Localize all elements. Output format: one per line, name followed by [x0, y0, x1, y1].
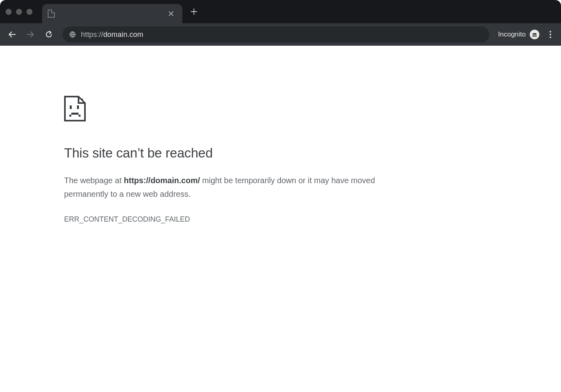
window-controls [6, 9, 32, 15]
browser-menu-button[interactable] [543, 28, 557, 41]
error-body-prefix: The webpage at [64, 176, 124, 185]
svg-rect-8 [77, 105, 79, 109]
globe-icon [69, 31, 76, 38]
svg-point-3 [549, 31, 551, 32]
reload-button[interactable] [41, 26, 57, 42]
address-bar[interactable]: https://domain.com [63, 26, 489, 42]
url-text: https://domain.com [81, 30, 143, 39]
svg-rect-7 [70, 105, 72, 109]
new-tab-button[interactable] [188, 6, 200, 18]
toolbar: https://domain.com Incognito [0, 23, 561, 46]
kebab-icon [549, 31, 551, 38]
close-icon [169, 11, 174, 16]
page-icon [48, 10, 55, 18]
error-page: This site can’t be reached The webpage a… [0, 46, 401, 224]
browser-tab[interactable] [42, 4, 182, 23]
svg-point-4 [549, 34, 551, 35]
svg-rect-11 [79, 115, 81, 117]
sad-page-icon [64, 96, 401, 123]
window-maximize-button[interactable] [26, 9, 32, 15]
arrow-right-icon [26, 30, 35, 39]
window-minimize-button[interactable] [16, 9, 22, 15]
plus-icon [191, 8, 197, 15]
forward-button[interactable] [22, 26, 38, 42]
incognito-label: Incognito [498, 30, 526, 38]
back-button[interactable] [4, 26, 20, 42]
reload-icon [44, 30, 53, 39]
svg-point-1 [533, 35, 534, 36]
url-host: domain.com [103, 30, 143, 38]
error-code: ERR_CONTENT_DECODING_FAILED [64, 215, 401, 224]
incognito-indicator[interactable]: Incognito [498, 30, 539, 39]
error-heading: This site can’t be reached [64, 145, 401, 161]
tab-strip [0, 0, 561, 23]
error-body: The webpage at https://domain.com/ might… [64, 174, 401, 201]
svg-rect-10 [69, 115, 71, 117]
incognito-icon [530, 30, 539, 39]
svg-point-2 [535, 35, 537, 36]
browser-window: https://domain.com Incognito [0, 0, 561, 392]
window-close-button[interactable] [6, 9, 12, 15]
url-scheme: https:// [81, 30, 103, 38]
close-tab-button[interactable] [169, 11, 177, 16]
svg-point-5 [549, 36, 551, 38]
svg-rect-9 [71, 113, 79, 115]
svg-rect-6 [81, 99, 83, 100]
error-body-url: https://domain.com/ [124, 176, 200, 185]
arrow-left-icon [8, 30, 16, 39]
page-content: This site can’t be reached The webpage a… [0, 46, 561, 392]
